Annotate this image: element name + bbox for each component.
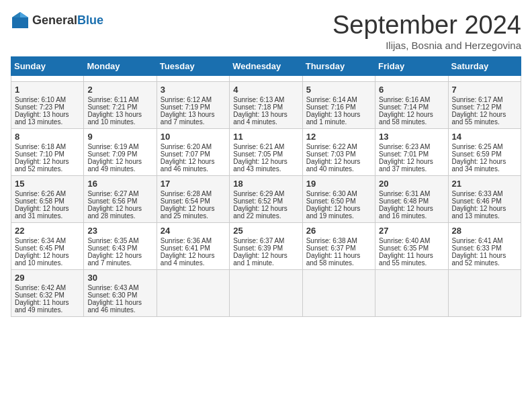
sunset-text: Sunset: 6:35 PM [379,244,444,252]
day-number: 16 [87,179,152,189]
day-number: 5 [306,85,371,95]
day-number: 28 [452,226,517,236]
day-number: 24 [161,226,226,236]
table-row: 27Sunrise: 6:40 AMSunset: 6:35 PMDayligh… [375,223,448,270]
sunset-text: Sunset: 6:58 PM [15,197,80,205]
logo-icon [11,11,30,30]
table-row [157,270,229,317]
day-number: 2 [87,85,152,95]
sunrise-text: Sunrise: 6:31 AM [379,190,444,197]
col-monday: Monday [84,57,157,76]
daylight-text: Daylight: 13 hours and 1 minute. [306,111,371,126]
sunrise-text: Sunrise: 6:27 AM [87,190,152,197]
sunrise-text: Sunrise: 6:17 AM [452,96,517,103]
table-row: 6Sunrise: 6:16 AMSunset: 7:14 PMDaylight… [375,82,448,129]
calendar-week-row: 8Sunrise: 6:18 AMSunset: 7:10 PMDaylight… [11,129,521,176]
daylight-text: Daylight: 12 hours and 52 minutes. [15,158,80,173]
sunset-text: Sunset: 6:30 PM [87,291,152,299]
daylight-text: Daylight: 12 hours and 25 minutes. [161,205,226,220]
col-thursday: Thursday [302,57,375,76]
sunrise-text: Sunrise: 6:29 AM [233,190,298,197]
table-row: 9Sunrise: 6:19 AMSunset: 7:09 PMDaylight… [84,129,157,176]
table-row [11,76,84,82]
sunset-text: Sunset: 6:59 PM [452,150,517,158]
day-number: 9 [87,132,152,142]
sunrise-text: Sunrise: 6:10 AM [15,96,80,103]
sunset-text: Sunset: 7:05 PM [233,150,298,158]
sunrise-text: Sunrise: 6:37 AM [233,237,298,244]
sunset-text: Sunset: 7:12 PM [452,103,517,111]
calendar-week-row [11,76,521,82]
sunset-text: Sunset: 6:54 PM [161,197,226,205]
table-row: 8Sunrise: 6:18 AMSunset: 7:10 PMDaylight… [11,129,84,176]
location-subtitle: Ilijas, Bosnia and Herzegovina [332,40,521,51]
logo: GeneralBlue [11,11,103,30]
daylight-text: Daylight: 13 hours and 4 minutes. [233,111,298,126]
sunrise-text: Sunrise: 6:11 AM [87,96,152,103]
daylight-text: Daylight: 12 hours and 55 minutes. [452,111,517,126]
table-row: 30Sunrise: 6:43 AMSunset: 6:30 PMDayligh… [84,270,157,317]
sunset-text: Sunset: 6:48 PM [379,197,444,205]
table-row: 28Sunrise: 6:41 AMSunset: 6:33 PMDayligh… [448,223,521,270]
sunrise-text: Sunrise: 6:25 AM [452,143,517,150]
day-number: 11 [233,132,298,142]
daylight-text: Daylight: 12 hours and 46 minutes. [161,158,226,173]
daylight-text: Daylight: 12 hours and 40 minutes. [306,158,371,173]
sunset-text: Sunset: 6:39 PM [233,244,298,252]
sunrise-text: Sunrise: 6:33 AM [452,190,517,197]
day-number: 26 [306,226,371,236]
table-row [448,270,521,317]
sunrise-text: Sunrise: 6:40 AM [379,237,444,244]
sunset-text: Sunset: 6:41 PM [161,244,226,252]
daylight-text: Daylight: 12 hours and 28 minutes. [87,205,152,220]
table-row: 22Sunrise: 6:34 AMSunset: 6:45 PMDayligh… [11,223,84,270]
table-row [157,76,229,82]
sunset-text: Sunset: 7:10 PM [15,150,80,158]
sunrise-text: Sunrise: 6:14 AM [306,96,371,103]
daylight-text: Daylight: 12 hours and 7 minutes. [87,252,152,267]
calendar-header-row: Sunday Monday Tuesday Wednesday Thursday… [11,57,521,76]
daylight-text: Daylight: 12 hours and 43 minutes. [233,158,298,173]
table-row: 2Sunrise: 6:11 AMSunset: 7:21 PMDaylight… [84,82,157,129]
sunset-text: Sunset: 6:45 PM [15,244,80,252]
col-tuesday: Tuesday [157,57,229,76]
table-row [302,270,375,317]
sunrise-text: Sunrise: 6:18 AM [15,143,80,150]
col-friday: Friday [375,57,448,76]
table-row: 4Sunrise: 6:13 AMSunset: 7:18 PMDaylight… [230,82,302,129]
table-row: 17Sunrise: 6:28 AMSunset: 6:54 PMDayligh… [157,176,229,223]
daylight-text: Daylight: 12 hours and 1 minute. [233,252,298,267]
day-number: 12 [306,132,371,142]
sunrise-text: Sunrise: 6:19 AM [87,143,152,150]
day-number: 7 [452,85,517,95]
day-number: 19 [306,179,371,189]
daylight-text: Daylight: 12 hours and 49 minutes. [87,158,152,173]
day-number: 27 [379,226,444,236]
table-row: 19Sunrise: 6:30 AMSunset: 6:50 PMDayligh… [302,176,375,223]
daylight-text: Daylight: 12 hours and 31 minutes. [15,205,80,220]
day-number: 21 [452,179,517,189]
day-number: 4 [233,85,298,95]
sunset-text: Sunset: 6:56 PM [87,197,152,205]
daylight-text: Daylight: 12 hours and 10 minutes. [15,252,80,267]
sunset-text: Sunset: 7:21 PM [87,103,152,111]
table-row: 1Sunrise: 6:10 AMSunset: 7:23 PMDaylight… [11,82,84,129]
day-number: 25 [233,226,298,236]
daylight-text: Daylight: 11 hours and 55 minutes. [379,252,444,267]
sunset-text: Sunset: 7:19 PM [161,103,226,111]
sunset-text: Sunset: 6:52 PM [233,197,298,205]
calendar-week-row: 29Sunrise: 6:42 AMSunset: 6:32 PMDayligh… [11,270,521,317]
table-row: 25Sunrise: 6:37 AMSunset: 6:39 PMDayligh… [230,223,302,270]
sunset-text: Sunset: 6:43 PM [87,244,152,252]
table-row: 18Sunrise: 6:29 AMSunset: 6:52 PMDayligh… [230,176,302,223]
sunset-text: Sunset: 7:23 PM [15,103,80,111]
sunrise-text: Sunrise: 6:26 AM [15,190,80,197]
daylight-text: Daylight: 12 hours and 13 minutes. [452,205,517,220]
day-number: 14 [452,132,517,142]
table-row [84,76,157,82]
table-row: 29Sunrise: 6:42 AMSunset: 6:32 PMDayligh… [11,270,84,317]
day-number: 29 [15,273,80,283]
sunset-text: Sunset: 6:37 PM [306,244,371,252]
table-row: 21Sunrise: 6:33 AMSunset: 6:46 PMDayligh… [448,176,521,223]
sunrise-text: Sunrise: 6:28 AM [161,190,226,197]
